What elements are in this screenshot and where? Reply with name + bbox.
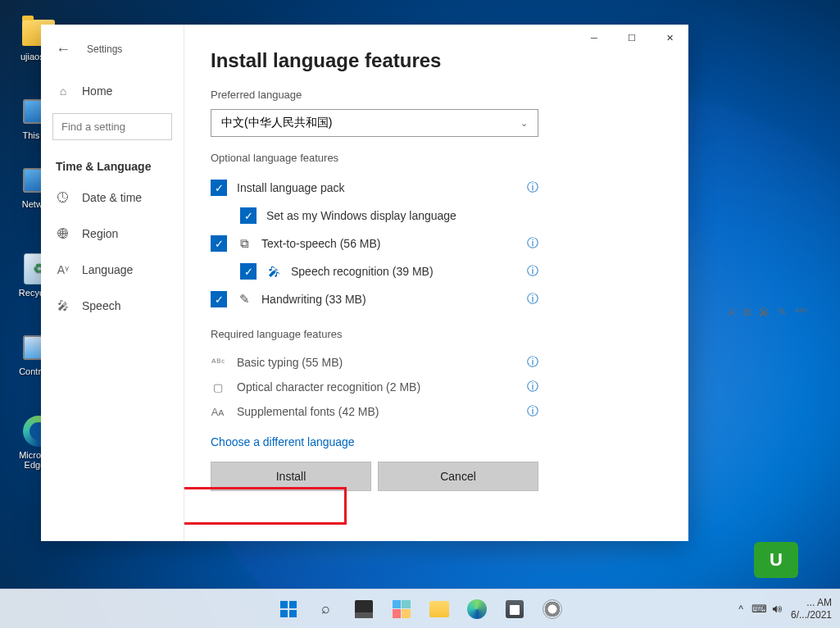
feat-label: Speech recognition (39 MB) (291, 265, 434, 278)
info-icon[interactable]: ⓘ (527, 236, 538, 251)
page-title: Install language features (211, 49, 662, 72)
choose-different-language-link[interactable]: Choose a different language (211, 435, 662, 448)
required-features-label: Required language features (211, 328, 662, 340)
feat-label: Install language pack (237, 181, 345, 194)
widgets-icon (393, 600, 411, 618)
maximize-button[interactable]: ☐ (613, 25, 651, 51)
preferred-language-label: Preferred language (211, 89, 662, 101)
taskbar: ⌕ ^ ⌨ 🔊︎ ... AM 6/.../2021 (0, 589, 840, 628)
required-ocr: ▢ Optical character recognition (2 MB) ⓘ (211, 375, 538, 399)
feat-label: Set as my Windows display language (266, 209, 456, 222)
mic-icon: 🎤︎ (759, 306, 770, 319)
pen-icon: ✎ (237, 292, 252, 307)
abc-icon: ᴬᴮᶜ (795, 306, 809, 319)
req-label: Supplemental fonts (42 MB) (237, 405, 379, 418)
search-icon: ⌕ (321, 600, 330, 617)
selected-language: 中文(中华人民共和国) (221, 116, 332, 130)
language-icon: Aᵞ (56, 262, 70, 277)
req-label: Basic typing (55 MB) (237, 356, 343, 369)
sidebar-item-datetime[interactable]: 🕓︎ Date & time (41, 180, 184, 216)
sidebar-title: Settings (87, 43, 122, 55)
folder-icon (429, 601, 449, 617)
edge-button[interactable] (461, 593, 493, 626)
info-icon[interactable]: ⓘ (527, 292, 538, 307)
settings-button[interactable] (536, 593, 569, 626)
checkbox-icon[interactable]: ✓ (211, 180, 227, 196)
checkbox-icon[interactable]: ✓ (240, 263, 257, 280)
sb-label: Speech (82, 299, 120, 312)
sidebar-item-language[interactable]: Aᵞ Language (41, 252, 184, 288)
feat-label: Text-to-speech (56 MB) (261, 237, 381, 250)
sidebar-section: Time & Language (41, 148, 184, 180)
sb-label: Date & time (82, 191, 142, 204)
feature-install-pack[interactable]: ✓ Install language pack ⓘ (211, 174, 538, 202)
highlight-box (184, 487, 347, 525)
start-button[interactable] (272, 593, 305, 626)
globe-icon: 🌐︎ (56, 226, 70, 241)
back-button[interactable]: ← (56, 41, 70, 58)
req-label: Optical character recognition (2 MB) (237, 380, 420, 394)
required-basic-typing: ᴬᴮᶜ Basic typing (55 MB) ⓘ (211, 350, 538, 375)
widgets-button[interactable] (385, 593, 418, 626)
chevron-down-icon: ⌄ (520, 118, 528, 129)
ocr-icon: ▢ (211, 381, 225, 394)
edge-icon (467, 599, 487, 619)
pen-icon: ✎ (778, 306, 787, 319)
task-view-button[interactable] (347, 593, 380, 626)
required-fonts: Aᴀ Supplemental fonts (42 MB) ⓘ (211, 399, 538, 424)
sidebar-home[interactable]: ⌂ Home (41, 74, 184, 108)
explorer-button[interactable] (423, 593, 456, 626)
mic-icon: 🎤︎ (56, 298, 70, 313)
home-label: Home (82, 84, 112, 98)
close-button[interactable]: ✕ (651, 25, 688, 51)
taskview-icon (355, 600, 373, 618)
gear-icon (543, 599, 562, 619)
date-label: 6/.../2021 (791, 609, 832, 621)
abc-icon: ᴬᴮᶜ (211, 357, 225, 369)
sb-label: Region (82, 227, 118, 240)
volume-icon[interactable]: 🔊︎ (772, 603, 783, 615)
store-button[interactable] (498, 593, 531, 626)
cancel-button[interactable]: Cancel (378, 462, 538, 491)
feature-tts[interactable]: ✓ ⧉ Text-to-speech (56 MB) ⓘ (211, 230, 538, 257)
search-button[interactable]: ⌕ (310, 593, 343, 626)
text-icon: A (728, 306, 735, 319)
language-feature-icons: A ⧉ 🎤︎ ✎ ᴬᴮᶜ (728, 306, 809, 319)
time-label: ... AM (791, 597, 832, 609)
sidebar-item-speech[interactable]: 🎤︎ Speech (41, 288, 184, 324)
sidebar-item-region[interactable]: 🌐︎ Region (41, 216, 184, 252)
checkbox-icon[interactable]: ✓ (211, 235, 227, 252)
settings-sidebar: ← Settings ⌂ Home Time & Language 🕓︎ Dat… (41, 25, 184, 541)
info-icon[interactable]: ⓘ (527, 404, 538, 419)
tray-chevron-icon[interactable]: ^ (738, 603, 743, 615)
checkbox-icon[interactable]: ✓ (240, 207, 257, 224)
window-titlebar: ─ ☐ ✕ (575, 25, 688, 51)
minimize-button[interactable]: ─ (575, 25, 613, 51)
font-icon: Aᴀ (211, 406, 225, 418)
feat-label: Handwriting (33 MB) (261, 293, 366, 306)
info-icon[interactable]: ⓘ (527, 380, 538, 394)
taskbar-clock[interactable]: ... AM 6/.../2021 (791, 597, 832, 621)
ime-icon[interactable]: ⌨ (751, 603, 767, 615)
feature-handwriting[interactable]: ✓ ✎ Handwriting (33 MB) ⓘ (211, 285, 538, 313)
sb-label: Language (82, 263, 133, 276)
install-button[interactable]: Install (211, 462, 371, 491)
feature-set-display[interactable]: ✓ Set as my Windows display language (211, 202, 538, 230)
info-icon[interactable]: ⓘ (527, 264, 538, 279)
home-icon: ⌂ (56, 84, 70, 98)
settings-main: Install language features Preferred lang… (184, 25, 688, 541)
store-icon (506, 600, 524, 618)
search-input[interactable] (52, 113, 172, 140)
mic-icon: 🎤︎ (266, 265, 281, 279)
feature-speech-recog[interactable]: ✓ 🎤︎ Speech recognition (39 MB) ⓘ (211, 257, 538, 285)
settings-window: ─ ☐ ✕ ← Settings ⌂ Home Time & Language … (41, 25, 688, 541)
checkbox-icon[interactable]: ✓ (211, 291, 227, 307)
info-icon[interactable]: ⓘ (527, 180, 538, 195)
optional-features-label: Optional language features (211, 152, 662, 164)
info-icon[interactable]: ⓘ (527, 355, 538, 370)
language-dropdown[interactable]: 中文(中华人民共和国) ⌄ (211, 109, 538, 137)
copy-icon: ⧉ (743, 306, 751, 319)
clock-icon: 🕓︎ (56, 190, 70, 205)
copy-icon: ⧉ (237, 236, 252, 251)
